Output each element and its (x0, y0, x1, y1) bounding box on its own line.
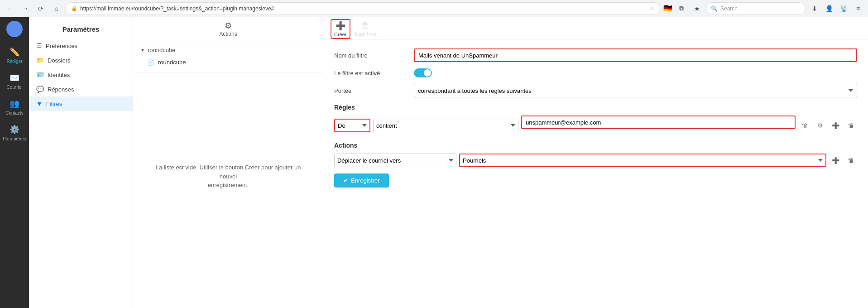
sidebar-item-settings[interactable]: ⚙️ Paramètres (0, 120, 29, 146)
menu-item-preferences-label: Préférences (46, 43, 77, 49)
rule-field-select[interactable]: De (334, 119, 370, 132)
preferences-icon: ☰ (36, 42, 42, 49)
flag-de-icon: 🇩🇪 (663, 4, 672, 13)
bookmark-star-icon[interactable]: ★ (691, 2, 703, 15)
compose-icon: ✏️ (10, 47, 19, 57)
address-bar[interactable]: 🔒 https://mail.immae.eu/roundcube/?_task… (65, 2, 661, 15)
settings-icon: ⚙️ (10, 125, 19, 135)
main-content: ➕ Créer 🗑 Supprimer Nom du filtre Le fil… (323, 17, 868, 308)
url-text: https://mail.immae.eu/roundcube/?_task=s… (80, 5, 647, 12)
filter-active-row: Le filtre est activé (334, 68, 857, 77)
browser-chrome: ← → ⟳ ⌂ 🔒 https://mail.immae.eu/roundcub… (0, 0, 868, 17)
settings-sidebar: Paramètres ☰ Préférences 📁 Dossiers 🪪 Id… (29, 17, 133, 308)
filters-icon: ▼ (36, 100, 43, 107)
save-button[interactable]: ✔ Enregistrer (334, 173, 389, 188)
chevron-down-icon: ▼ (140, 48, 145, 53)
rule-row-0: De contient 🗑 ⚙ ➕ 🗑 (334, 116, 857, 135)
settings-title: Paramètres (29, 22, 133, 38)
extensions-icon[interactable]: ⧉ (675, 2, 688, 15)
filter-group-roundcube: ▼ roundcube 📄 roundcube (133, 40, 323, 72)
rule-settings-button[interactable]: ⚙ (814, 119, 826, 132)
rule-delete-button[interactable]: 🗑 (798, 119, 811, 132)
cast-icon[interactable]: 📡 (837, 2, 850, 15)
browser-search-bar[interactable]: 🔍 Search (706, 2, 806, 15)
search-placeholder: Search (720, 5, 738, 12)
identities-icon: 🪪 (36, 71, 44, 78)
menu-item-identities-label: Identités (48, 72, 70, 78)
scope-label: Portée (334, 87, 407, 94)
menu-item-identities[interactable]: 🪪 Identités (29, 67, 133, 82)
create-button[interactable]: ➕ Créer (331, 19, 350, 39)
filter-group-header[interactable]: ▼ roundcube (133, 44, 323, 56)
actions-panel-label: Actions (219, 31, 237, 37)
menu-item-folders[interactable]: 📁 Dossiers (29, 53, 133, 67)
filter-group-name: roundcube (148, 47, 175, 53)
filter-name-input[interactable] (414, 48, 857, 62)
trash-icon: 🗑 (361, 21, 369, 30)
user-profile-icon[interactable]: 👤 (823, 2, 835, 15)
actions-gear-icon: ⚙ (225, 21, 232, 31)
main-toolbar: ➕ Créer 🗑 Supprimer (323, 17, 868, 39)
sidebar-item-mail[interactable]: ✉️ Courriel (0, 68, 29, 94)
action-type-select[interactable]: Déplacer le courriel vers (334, 154, 456, 167)
home-button[interactable]: ⌂ (50, 2, 62, 15)
avatar (6, 21, 23, 37)
delete-button[interactable]: 🗑 Supprimer (350, 19, 381, 38)
scope-select[interactable]: correspondant à toutes les règles suivan… (414, 84, 857, 97)
rule-condition-select[interactable]: contient (373, 119, 518, 132)
browser-toolbar-icons: ⬇ 👤 📡 ≡ (808, 2, 864, 15)
rule-value-input[interactable] (521, 116, 796, 129)
menu-icon[interactable]: ≡ (852, 2, 864, 15)
rule-trash-button[interactable]: 🗑 (844, 119, 857, 132)
action-add-button[interactable]: ➕ (829, 154, 842, 167)
star-icon: ☆ (649, 5, 655, 12)
mail-icon: ✉️ (10, 73, 19, 83)
sidebar-item-contacts[interactable]: 👥 Contacts (0, 94, 29, 120)
empty-state: La liste est vide. Utiliser le bouton Cr… (133, 72, 323, 203)
filter-item-roundcube[interactable]: 📄 roundcube (133, 56, 323, 68)
folders-icon: 📁 (36, 57, 44, 64)
plus-icon: ➕ (336, 21, 345, 31)
download-icon[interactable]: ⬇ (808, 2, 821, 15)
responses-icon: 💬 (36, 86, 44, 93)
menu-item-folders-label: Dossiers (48, 57, 71, 64)
menu-item-filters[interactable]: ▼ Filtres (29, 96, 133, 111)
save-row: ✔ Enregistrer (334, 173, 857, 188)
filter-active-toggle[interactable] (414, 68, 432, 77)
menu-item-filters-label: Filtres (46, 101, 62, 107)
rules-section-title: Règles (334, 104, 857, 111)
nav-sidebar: ✏️ Rédiger ✉️ Courriel 👥 Contacts ⚙️ Par… (0, 17, 29, 308)
filter-item-label: roundcube (158, 59, 186, 66)
checkmark-icon: ✔ (343, 177, 348, 184)
filter-name-row: Nom du filtre (334, 48, 857, 62)
filter-list-panel: ⚙ Actions ▼ roundcube 📄 roundcube (133, 17, 323, 308)
filter-active-label: Le filtre est activé (334, 70, 407, 77)
search-icon: 🔍 (711, 5, 718, 12)
menu-item-responses[interactable]: 💬 Réponses (29, 82, 133, 96)
empty-state-text: La liste est vide. Utiliser le bouton Cr… (147, 163, 310, 190)
app-body: ⚙ Actions ▼ roundcube 📄 roundcube (133, 17, 868, 308)
filter-item-icon: 📄 (148, 59, 154, 66)
contacts-icon: 👥 (10, 99, 19, 109)
scope-row: Portée correspondant à toutes les règles… (334, 84, 857, 97)
form-area: Nom du filtre Le filtre est activé Porté… (323, 39, 868, 308)
lock-icon: 🔒 (71, 5, 77, 11)
action-target-select[interactable]: Pourriels (459, 154, 826, 167)
app-container: ✏️ Rédiger ✉️ Courriel 👥 Contacts ⚙️ Par… (0, 17, 868, 308)
filter-name-label: Nom du filtre (334, 52, 407, 59)
sidebar-item-compose[interactable]: ✏️ Rédiger (0, 43, 29, 68)
actions-section-title: Actions (334, 142, 857, 149)
rule-add-button[interactable]: ➕ (829, 119, 842, 132)
action-row-0: Déplacer le courriel vers Pourriels ➕ 🗑 (334, 154, 857, 167)
action-delete-button[interactable]: 🗑 (844, 154, 857, 167)
reload-button[interactable]: ⟳ (34, 2, 47, 15)
menu-item-responses-label: Réponses (48, 86, 74, 93)
menu-item-preferences[interactable]: ☰ Préférences (29, 38, 133, 53)
back-button[interactable]: ← (4, 2, 16, 15)
forward-button[interactable]: → (19, 2, 32, 15)
